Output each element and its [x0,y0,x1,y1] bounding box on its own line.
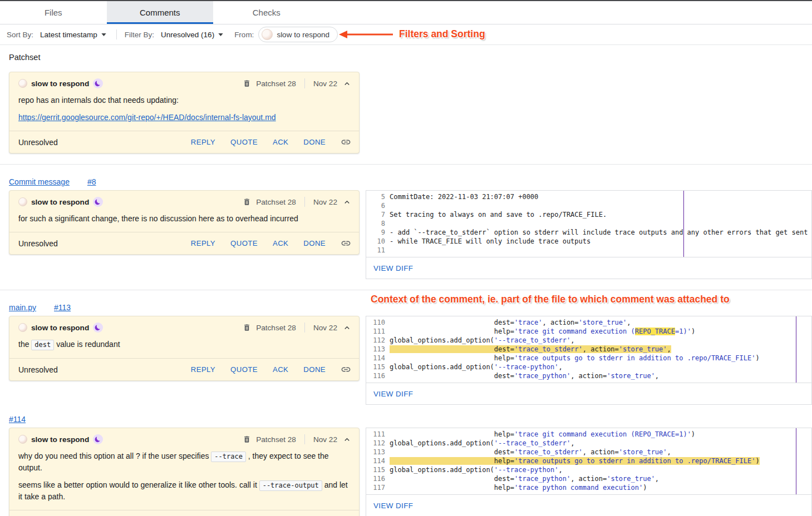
tab-checks[interactable]: Checks [213,1,320,24]
done-button[interactable]: DONE [303,365,326,374]
diff-line: 5CommitDate: 2022-11-03 21:07:07 +0000 [366,192,811,201]
ack-button[interactable]: ACK [273,239,288,247]
copy-link-button[interactable] [341,364,351,375]
comment-body: why do you need this option at all ? if … [9,446,359,510]
collapse-comment-button[interactable] [342,323,352,333]
diff-line: 114 help='trace outputs go to stderr in … [366,354,811,363]
reply-button[interactable]: REPLY [191,239,215,247]
code-segment: '--trace-python' [494,466,559,474]
line-number[interactable]: 110 [366,318,390,327]
code-segment: ) [755,457,759,465]
line-number[interactable]: 114 [366,354,390,363]
comment-text: the dest value is redundant [18,339,350,350]
collapse-comment-button[interactable] [342,435,352,444]
line-number[interactable]: 116 [366,371,390,380]
line-number[interactable]: 115 [366,363,390,371]
comment-meta: Patchset 28Nov 22 [243,197,352,207]
link-icon [341,238,351,249]
copy-link-button[interactable] [341,238,351,249]
comment-footer: UnresolvedREPLYQUOTEACKDONE [9,131,359,153]
collapse-comment-button[interactable] [342,197,352,207]
tab-files[interactable]: Files [0,1,107,24]
view-diff-row: VIEW DIFF [366,383,811,404]
file-link[interactable]: Commit message [9,177,70,186]
line-number[interactable]: 112 [366,439,390,448]
ack-button[interactable]: ACK [273,138,288,146]
tab-comments[interactable]: Comments [107,1,214,24]
line-number[interactable]: 115 [366,465,390,474]
chevron-up-icon [342,197,352,207]
comment-card: slow to respondPatchset 28Nov 22the dest… [9,316,360,381]
line-number[interactable]: 113 [366,448,390,457]
line-number[interactable]: 113 [366,345,390,354]
line-number[interactable]: 6 [366,201,390,210]
line-number[interactable]: 10 [366,237,390,246]
code-segment: 'trace_to_stderr' [514,345,583,353]
comment-anchor-link[interactable]: #114 [9,415,26,424]
trash-icon [243,435,251,444]
comment-meta: Patchset 28Nov 22 [243,78,352,88]
code-segment: 'trace git command execution (REPO_TRACE… [514,430,691,438]
diff-line: 11 [366,246,811,255]
filter-by-dropdown[interactable]: Unresolved (16) [159,29,225,40]
avatar [18,435,27,444]
comment-text: why do you need this option at all ? if … [18,450,350,473]
line-number[interactable]: 117 [366,483,390,492]
line-number[interactable]: 112 [366,336,390,345]
quote-button[interactable]: QUOTE [230,365,258,374]
diff-line: 110 dest='trace', action='store_true', [366,318,811,327]
line-number[interactable]: 5 [366,192,390,201]
comment-text: for such a significant change, there is … [18,213,350,224]
sort-by-dropdown[interactable]: Latest timestamp [38,29,109,40]
comment-card: slow to respondPatchset 28Nov 22why do y… [9,428,360,516]
done-button[interactable]: DONE [303,239,326,247]
comment-card-header: slow to respondPatchset 28Nov 22 [9,72,359,90]
line-number[interactable]: 114 [366,457,390,465]
line-number[interactable]: 111 [366,327,390,336]
line-number[interactable]: 9 [366,228,390,237]
view-diff-button[interactable]: VIEW DIFF [373,264,413,272]
comment-anchor-link[interactable]: #113 [54,303,71,312]
delete-comment-button[interactable] [243,323,251,332]
ack-button[interactable]: ACK [273,365,288,374]
delete-comment-button[interactable] [243,79,251,88]
reply-button[interactable]: REPLY [191,365,215,374]
comment-author: slow to respond [31,324,89,332]
reply-button[interactable]: REPLY [191,138,215,146]
copy-link-button[interactable] [341,137,351,147]
collapse-comment-button[interactable] [342,79,352,88]
code-segment: , action= [570,475,607,483]
view-diff-button[interactable]: VIEW DIFF [373,390,413,398]
line-number[interactable]: 111 [366,430,390,439]
code-segment: , [558,466,562,474]
margin-line [683,191,684,257]
line-number[interactable]: 11 [366,246,390,255]
quote-button[interactable]: QUOTE [230,138,258,146]
view-diff-button[interactable]: VIEW DIFF [373,502,413,510]
comment-link[interactable]: https://gerrit.googlesource.com/git-repo… [18,113,276,122]
comment-footer: UnresolvedREPLYQUOTEACKDONE [9,510,359,516]
moon-icon [93,322,103,333]
comment-anchor-link[interactable]: #8 [87,177,96,186]
file-link[interactable]: main.py [9,303,36,312]
delete-comment-button[interactable] [243,435,251,444]
moon-icon [93,434,103,444]
filter-by-value: Unresolved (16) [161,31,214,39]
line-number[interactable]: 7 [366,210,390,219]
comment-text-segment: seems like a better option would to gene… [18,480,259,489]
code-segment: Set tracing to always on and save to .re… [390,211,607,219]
comment-text-segment: why do you need this option at all ? if … [18,452,211,460]
diff-code: 5CommitDate: 2022-11-03 21:07:07 +000067… [366,191,811,257]
delete-comment-button[interactable] [243,197,251,206]
done-button[interactable]: DONE [303,138,326,146]
code-segment: CommitDate: 2022-11-03 21:07:07 +0000 [390,193,538,201]
line-number[interactable]: 8 [366,219,390,228]
quote-button[interactable]: QUOTE [230,239,258,247]
comment-date: Nov 22 [313,324,337,332]
moon-icon [93,197,103,207]
comment-card-header: slow to respondPatchset 28Nov 22 [9,191,359,209]
line-number[interactable]: 116 [366,474,390,483]
trash-icon [243,197,251,206]
code-segment: '--trace_to_stderr' [494,439,570,447]
from-filter-chip[interactable]: slow to respond [258,27,338,42]
